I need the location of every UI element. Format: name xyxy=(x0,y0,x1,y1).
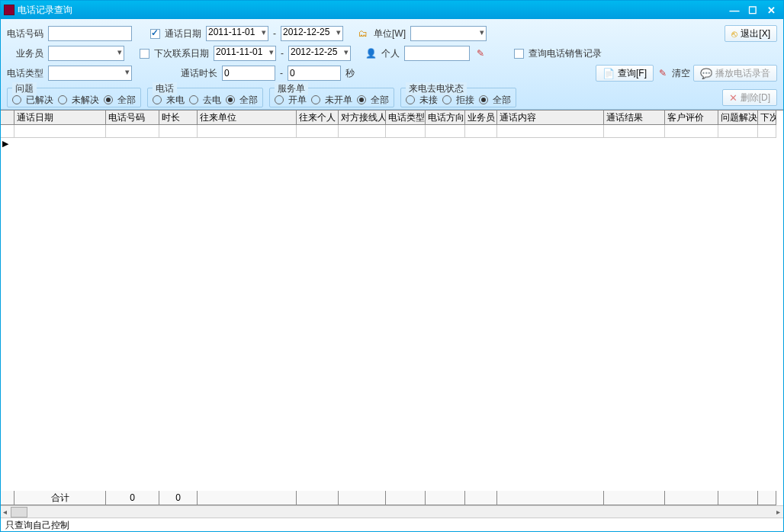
radio-problem-0[interactable] xyxy=(12,95,21,104)
col-header[interactable]: 电话类型 xyxy=(386,111,426,125)
col-header[interactable]: 通话内容 xyxy=(497,111,604,125)
group-phone: 电话来电去电全部 xyxy=(147,88,263,107)
summary-cell xyxy=(426,491,465,505)
grid-body[interactable]: ▶ xyxy=(1,125,783,491)
summary-cell xyxy=(297,491,339,505)
minimize-button[interactable]: — xyxy=(725,4,744,16)
radio-phone-1-label: 去电 xyxy=(203,94,221,107)
person-label: 个人 xyxy=(381,47,400,60)
col-header[interactable]: 通话日期 xyxy=(14,111,106,125)
exit-label: 退出[X] xyxy=(741,27,770,40)
radio-service-0[interactable] xyxy=(275,95,284,104)
duration-label: 通话时长 xyxy=(181,67,217,80)
close-button[interactable]: ✕ xyxy=(762,4,780,16)
group-problem: 问题已解决未解决全部 xyxy=(7,88,141,107)
next-to[interactable]: 2012-12-25 xyxy=(288,46,351,61)
clear-icon: ✎ xyxy=(657,67,669,79)
radio-service-2-label: 全部 xyxy=(371,94,389,107)
call-date-check[interactable] xyxy=(150,29,160,39)
radio-phone-2[interactable] xyxy=(226,95,235,104)
radio-phone-0-label: 来电 xyxy=(166,94,185,107)
col-header[interactable] xyxy=(1,111,14,125)
exit-icon: ⎋ xyxy=(731,28,737,40)
person-icon: 👤 xyxy=(365,47,377,59)
summary-cell xyxy=(465,491,497,505)
summary-cell xyxy=(1,491,14,505)
unit-icon: 🗂 xyxy=(357,27,369,40)
radio-problem-0-label: 已解决 xyxy=(26,94,53,107)
call-date-from[interactable]: 2011-11-01 xyxy=(206,26,268,41)
app-icon xyxy=(4,5,14,15)
horizontal-scrollbar[interactable]: ◂ ▸ xyxy=(1,505,783,518)
radio-phone-1[interactable] xyxy=(189,95,198,104)
query-sales-check[interactable] xyxy=(514,49,524,59)
group-problem-title: 问题 xyxy=(12,82,37,95)
summary-cell xyxy=(665,491,718,505)
group-status-title: 来电去电状态 xyxy=(406,82,467,95)
radio-service-1-label: 未开单 xyxy=(325,94,352,107)
summary-cell xyxy=(604,491,665,505)
col-header[interactable]: 对方接线人 xyxy=(339,111,386,125)
call-date-label: 通话日期 xyxy=(165,27,201,40)
next-from[interactable]: 2011-11-01 xyxy=(214,46,276,61)
duration-from-input[interactable] xyxy=(222,66,275,81)
maximize-button[interactable]: ☐ xyxy=(744,4,762,16)
query-icon: 📄 xyxy=(602,68,615,79)
radio-status-0-label: 未接 xyxy=(419,94,438,107)
delete-button[interactable]: ✕ 删除[D] xyxy=(722,89,777,106)
unit-label: 单位[W] xyxy=(374,27,406,40)
radio-status-2[interactable] xyxy=(479,95,488,104)
radio-problem-1[interactable] xyxy=(58,95,67,104)
radio-status-2-label: 全部 xyxy=(493,94,511,107)
duration-to-input[interactable] xyxy=(288,66,341,81)
summary-cell xyxy=(386,491,426,505)
radio-status-1-label: 拒接 xyxy=(456,94,474,107)
col-header[interactable]: 往来单位 xyxy=(198,111,297,125)
col-header[interactable]: 问题解决 xyxy=(718,111,758,125)
radio-service-1[interactable] xyxy=(311,95,320,104)
next-contact-label: 下次联系日期 xyxy=(154,47,209,60)
radio-status-1[interactable] xyxy=(442,95,451,104)
radio-problem-1-label: 未解决 xyxy=(72,94,99,107)
person-input[interactable] xyxy=(404,46,470,61)
col-header[interactable]: 电话号码 xyxy=(106,111,159,125)
group-service: 服务单开单未开单全部 xyxy=(269,88,394,107)
window-title: 电话记录查询 xyxy=(18,4,725,17)
results-grid: 通话日期电话号码时长往来单位往来个人对方接线人电话类型电话方向业务员通话内容通话… xyxy=(1,110,783,518)
col-header[interactable]: 电话方向 xyxy=(426,111,465,125)
play-recording-button[interactable]: 💬 播放电话录音 xyxy=(693,65,777,82)
col-header[interactable]: 下次 xyxy=(758,111,776,125)
radio-service-2[interactable] xyxy=(357,95,366,104)
col-header[interactable]: 往来个人 xyxy=(297,111,339,125)
seconds-label: 秒 xyxy=(345,67,355,80)
summary-cell xyxy=(497,491,604,505)
play-icon: 💬 xyxy=(700,68,712,79)
phone-type-combo[interactable] xyxy=(48,66,132,81)
col-header[interactable]: 客户评价 xyxy=(665,111,718,125)
query-button[interactable]: 📄 查询[F] xyxy=(596,65,654,82)
query-sales-label: 查询电话销售记录 xyxy=(529,47,602,60)
exit-button[interactable]: ⎋ 退出[X] xyxy=(725,25,777,42)
next-contact-check[interactable] xyxy=(140,49,149,59)
record-indicator-icon: ▶ xyxy=(2,139,8,149)
salesman-combo[interactable] xyxy=(48,46,124,61)
filter-panel: 电话号码 通话日期 2011-11-01 - 2012-12-25 🗂 单位[W… xyxy=(1,19,783,110)
radio-service-0-label: 开单 xyxy=(288,94,307,107)
phone-label: 电话号码 xyxy=(7,27,43,40)
col-header[interactable]: 通话结果 xyxy=(604,111,665,125)
summary-row: 合计00 xyxy=(1,491,783,505)
radio-problem-2[interactable] xyxy=(104,95,113,104)
radio-phone-0[interactable] xyxy=(153,95,162,104)
radio-phone-2-label: 全部 xyxy=(239,94,258,107)
summary-cell: 0 xyxy=(159,491,198,505)
clear-button[interactable]: 清空 xyxy=(672,67,690,80)
group-phone-title: 电话 xyxy=(153,82,177,95)
radio-status-0[interactable] xyxy=(406,95,415,104)
phone-input[interactable] xyxy=(48,26,132,41)
grid-header: 通话日期电话号码时长往来单位往来个人对方接线人电话类型电话方向业务员通话内容通话… xyxy=(1,111,783,125)
col-header[interactable]: 时长 xyxy=(159,111,198,125)
call-date-to[interactable]: 2012-12-25 xyxy=(281,26,343,41)
edit-icon[interactable]: ✎ xyxy=(474,47,487,59)
unit-combo[interactable] xyxy=(410,26,487,41)
col-header[interactable]: 业务员 xyxy=(465,111,497,125)
